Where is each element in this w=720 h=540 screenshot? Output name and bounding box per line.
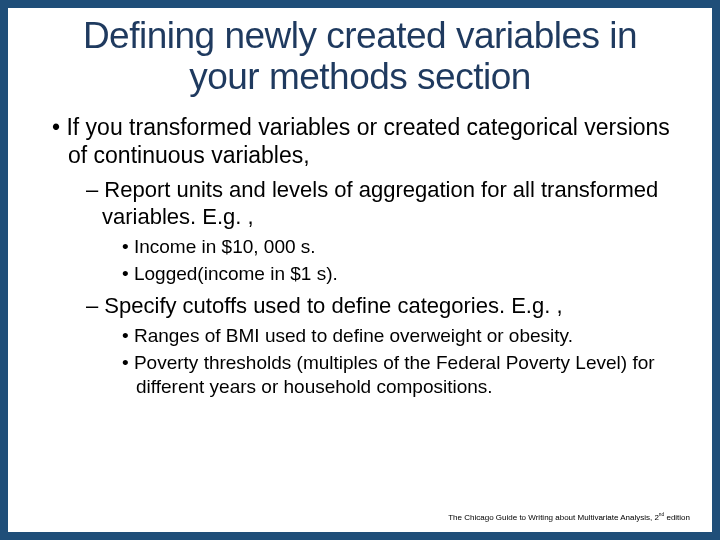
footer-text-suffix: edition xyxy=(664,513,690,522)
bullet-level1: If you transformed variables or created … xyxy=(48,113,672,169)
footer-text-prefix: The Chicago Guide to Writing about Multi… xyxy=(448,513,659,522)
slide: Defining newly created variables in your… xyxy=(8,8,712,532)
bullet-level3: Poverty thresholds (multiples of the Fed… xyxy=(48,351,672,397)
slide-title: Defining newly created variables in your… xyxy=(48,16,672,97)
bullet-level2: Report units and levels of aggregation f… xyxy=(48,177,672,231)
slide-content: If you transformed variables or created … xyxy=(48,113,672,397)
bullet-level2: Specify cutoffs used to define categorie… xyxy=(48,293,672,320)
bullet-list: If you transformed variables or created … xyxy=(48,113,672,397)
bullet-level3: Income in $10, 000 s. xyxy=(48,235,672,258)
bullet-level3: Ranges of BMI used to define overweight … xyxy=(48,324,672,347)
bullet-level3: Logged(income in $1 s). xyxy=(48,262,672,285)
slide-footer: The Chicago Guide to Writing about Multi… xyxy=(448,512,690,522)
